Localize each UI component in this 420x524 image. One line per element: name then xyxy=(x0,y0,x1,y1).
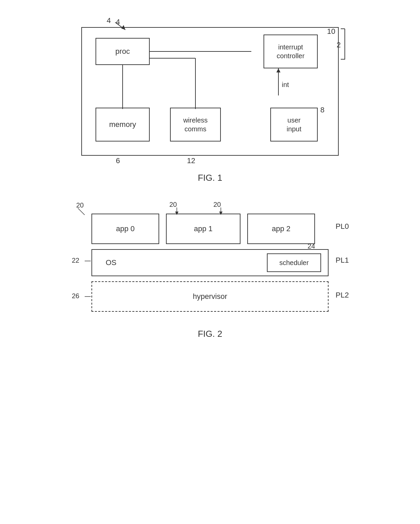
pl0-row: app 0 app 1 app 2 xyxy=(91,214,329,244)
svg-text:20: 20 xyxy=(169,201,177,208)
user-input-box: user input xyxy=(270,108,318,141)
pl1-row: OS scheduler 24 xyxy=(91,249,329,276)
app1-box: app 1 xyxy=(166,214,240,244)
app2-box: app 2 xyxy=(247,214,315,244)
fig1-outer-box: int 4 proc interrupt controller memory w… xyxy=(81,27,339,156)
ref20-app0-svg: 20 xyxy=(75,201,108,215)
svg-text:int: int xyxy=(282,81,289,88)
svg-text:4: 4 xyxy=(107,16,111,25)
brace-svg xyxy=(335,27,345,61)
fig2-wrapper: 20 20 20 app 0 xyxy=(75,200,345,312)
ref20-arrows-svg: 20 20 xyxy=(159,201,261,215)
pl2-label: PL2 xyxy=(336,291,349,300)
scheduler-box: scheduler xyxy=(267,254,321,272)
fig1-label: FIG. 1 xyxy=(198,173,222,183)
svg-line-19 xyxy=(78,208,85,215)
ref22-svg: 22 xyxy=(72,256,92,266)
pl1-section: 22 OS scheduler 24 PL1 xyxy=(91,249,329,276)
memory-box: memory xyxy=(96,108,150,141)
proc-box: proc xyxy=(96,38,150,65)
wireless-comms-box: wireless comms xyxy=(170,108,221,141)
pl2-section: 26 hypervisor PL2 xyxy=(91,281,329,312)
ref-10: 10 xyxy=(327,27,335,36)
svg-text:24: 24 xyxy=(308,242,315,250)
ref4-arrow-svg: 4 xyxy=(105,16,139,33)
svg-text:26: 26 xyxy=(72,292,79,300)
fig2-label: FIG. 2 xyxy=(198,329,222,339)
svg-marker-6 xyxy=(276,68,280,72)
svg-text:20: 20 xyxy=(213,201,221,208)
pl0-section: 20 20 20 app 0 xyxy=(91,214,329,244)
pl1-label: PL1 xyxy=(336,256,349,265)
fig1-wrapper: int 4 proc interrupt controller memory w… xyxy=(75,14,345,156)
svg-text:20: 20 xyxy=(76,201,84,209)
diagram-container: int 4 proc interrupt controller memory w… xyxy=(0,14,420,356)
svg-text:22: 22 xyxy=(72,257,79,264)
pl2-row: hypervisor xyxy=(91,281,329,312)
ref24-svg: 24 xyxy=(307,242,324,251)
interrupt-controller-box: interrupt controller xyxy=(264,35,318,68)
ref26-svg: 26 xyxy=(72,291,92,302)
app0-box: app 0 xyxy=(91,214,159,244)
fig2-inner: 20 20 20 app 0 xyxy=(91,214,329,312)
ref-userinput: 8 xyxy=(320,106,324,114)
ref-memory: 6 xyxy=(116,156,120,165)
ref-wireless: 12 xyxy=(187,156,195,165)
pl0-label: PL0 xyxy=(336,222,349,231)
